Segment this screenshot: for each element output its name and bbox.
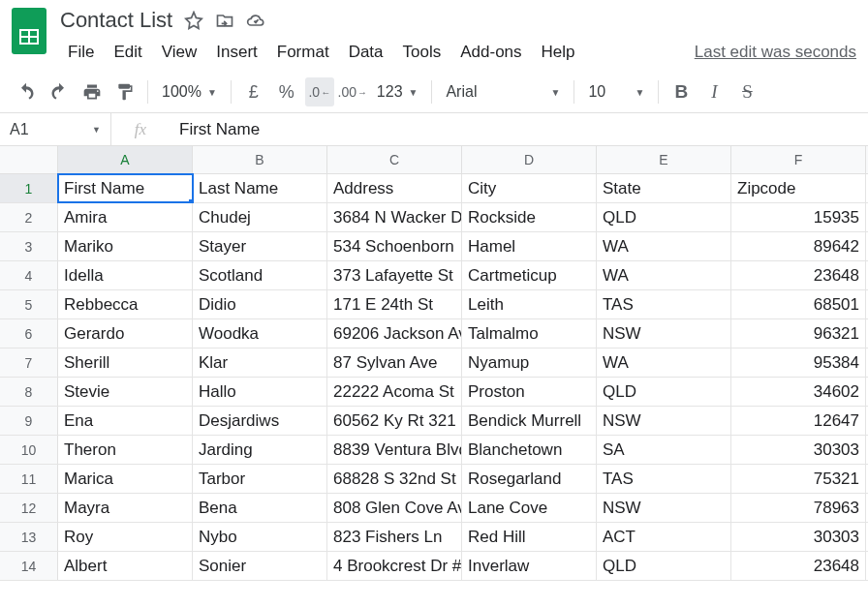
cell[interactable]: Klar: [193, 348, 327, 377]
last-edit-link[interactable]: Last edit was seconds: [695, 39, 856, 66]
cell[interactable]: WA: [597, 348, 731, 377]
cell[interactable]: Bena: [193, 494, 327, 522]
cell[interactable]: QLD: [597, 203, 731, 231]
cell[interactable]: Rockside: [462, 203, 597, 231]
menu-edit[interactable]: Edit: [106, 39, 149, 66]
cell[interactable]: Rosegarland: [462, 465, 597, 493]
increase-decimal-button[interactable]: .00→: [338, 77, 367, 106]
cell[interactable]: 89642: [731, 232, 866, 260]
currency-button[interactable]: £: [239, 77, 268, 106]
cell[interactable]: 808 Glen Cove Ave: [327, 494, 462, 522]
cell[interactable]: 823 Fishers Ln: [327, 523, 462, 551]
menu-insert[interactable]: Insert: [208, 39, 265, 66]
row-header[interactable]: 1: [0, 174, 58, 202]
cell[interactable]: Stayer: [193, 232, 327, 260]
cell[interactable]: 87 Sylvan Ave: [327, 348, 462, 377]
select-all-corner[interactable]: [0, 146, 58, 173]
cell[interactable]: Last Name: [193, 174, 327, 202]
row-header[interactable]: 9: [0, 407, 58, 435]
cell[interactable]: 3684 N Wacker Dr: [327, 203, 462, 231]
cell[interactable]: Bendick Murrell: [462, 407, 597, 435]
cell[interactable]: 69206 Jackson Ave: [327, 319, 462, 348]
cell[interactable]: Lane Cove: [462, 494, 597, 522]
number-format-select[interactable]: 123▼: [371, 77, 424, 106]
cell[interactable]: Desjardiws: [193, 407, 327, 435]
cell[interactable]: 30303: [731, 523, 866, 551]
row-header[interactable]: 5: [0, 290, 58, 318]
menu-help[interactable]: Help: [534, 39, 583, 66]
menu-view[interactable]: View: [154, 39, 205, 66]
cell[interactable]: Red Hill: [462, 523, 597, 551]
cell[interactable]: Gerardo: [58, 319, 193, 348]
col-header-B[interactable]: B: [193, 146, 327, 173]
cell[interactable]: Sherill: [58, 348, 193, 377]
col-header-C[interactable]: C: [327, 146, 462, 173]
cell[interactable]: 15935: [731, 203, 866, 231]
cell[interactable]: Sonier: [193, 552, 327, 580]
sheets-logo[interactable]: [12, 8, 50, 46]
row-header[interactable]: 7: [0, 348, 58, 377]
cell[interactable]: Stevie: [58, 378, 193, 406]
cell[interactable]: 12647: [731, 407, 866, 435]
cell[interactable]: Talmalmo: [462, 319, 597, 348]
cell[interactable]: Nybo: [193, 523, 327, 551]
percent-button[interactable]: %: [272, 77, 301, 106]
cell[interactable]: 23648: [731, 552, 866, 580]
cell[interactable]: 60562 Ky Rt 321: [327, 407, 462, 435]
cell[interactable]: Scotland: [193, 261, 327, 289]
cell[interactable]: Inverlaw: [462, 552, 597, 580]
cell[interactable]: Leith: [462, 290, 597, 318]
col-header-E[interactable]: E: [597, 146, 731, 173]
cell[interactable]: TAS: [597, 290, 731, 318]
cell[interactable]: Proston: [462, 378, 597, 406]
cell[interactable]: Roy: [58, 523, 193, 551]
cell[interactable]: Marica: [58, 465, 193, 493]
row-header[interactable]: 2: [0, 203, 58, 231]
cell[interactable]: SA: [597, 436, 731, 464]
cloud-icon[interactable]: [246, 11, 265, 30]
cell[interactable]: 171 E 24th St: [327, 290, 462, 318]
font-select[interactable]: Arial▼: [440, 77, 566, 106]
cell[interactable]: City: [462, 174, 597, 202]
menu-file[interactable]: File: [60, 39, 102, 66]
cell[interactable]: State: [597, 174, 731, 202]
cell[interactable]: 95384: [731, 348, 866, 377]
cell[interactable]: Hallo: [193, 378, 327, 406]
cell[interactable]: Tarbor: [193, 465, 327, 493]
cell[interactable]: 22222 Acoma St: [327, 378, 462, 406]
name-box[interactable]: A1▼: [0, 113, 111, 145]
cell[interactable]: 30303: [731, 436, 866, 464]
cell[interactable]: Nyamup: [462, 348, 597, 377]
menu-tools[interactable]: Tools: [395, 39, 450, 66]
cell[interactable]: TAS: [597, 465, 731, 493]
col-header-F[interactable]: F: [731, 146, 866, 173]
paint-format-button[interactable]: [110, 77, 140, 106]
col-header-D[interactable]: D: [462, 146, 597, 173]
cell[interactable]: QLD: [597, 552, 731, 580]
cell[interactable]: 96321: [731, 319, 866, 348]
redo-button[interactable]: [45, 77, 74, 106]
cell[interactable]: NSW: [597, 407, 731, 435]
cell[interactable]: Jarding: [193, 436, 327, 464]
cell[interactable]: 34602: [731, 378, 866, 406]
cell[interactable]: WA: [597, 232, 731, 260]
cell[interactable]: 75321: [731, 465, 866, 493]
cell[interactable]: ACT: [597, 523, 731, 551]
cell[interactable]: Rebbecca: [58, 290, 193, 318]
bold-button[interactable]: B: [666, 77, 696, 106]
cell[interactable]: 78963: [731, 494, 866, 522]
row-header[interactable]: 4: [0, 261, 58, 289]
cell[interactable]: 373 Lafayette St: [327, 261, 462, 289]
undo-button[interactable]: [12, 77, 41, 106]
cell[interactable]: WA: [597, 261, 731, 289]
cell[interactable]: Woodka: [193, 319, 327, 348]
cell[interactable]: NSW: [597, 494, 731, 522]
row-header[interactable]: 3: [0, 232, 58, 260]
cell[interactable]: Didio: [193, 290, 327, 318]
row-header[interactable]: 11: [0, 465, 58, 493]
cell[interactable]: Address: [327, 174, 462, 202]
row-header[interactable]: 14: [0, 552, 58, 580]
menu-format[interactable]: Format: [269, 39, 337, 66]
cell[interactable]: Idella: [58, 261, 193, 289]
cell[interactable]: Ena: [58, 407, 193, 435]
